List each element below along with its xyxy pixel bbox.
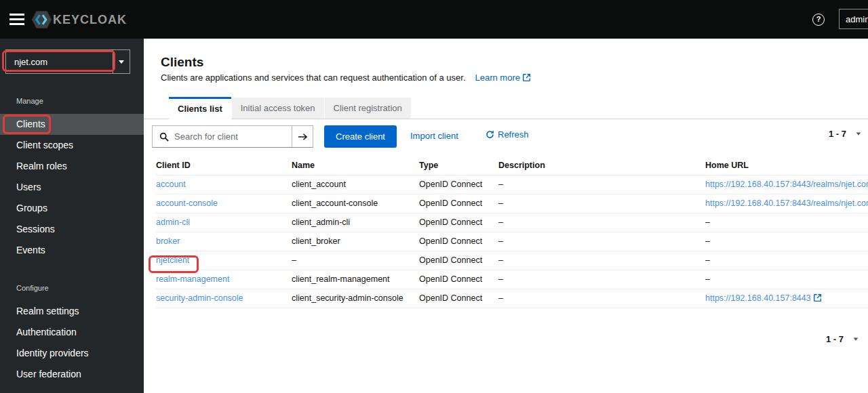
- table-row: account-consoleclient_account-consoleOpe…: [156, 194, 868, 213]
- home-url-cell: –: [705, 251, 868, 270]
- table-row: security-admin-consoleclient_security-ad…: [156, 289, 868, 308]
- page-description-text: Clients are applications and services th…: [161, 73, 466, 83]
- client-id-link-admin-cli[interactable]: admin-cli: [156, 218, 190, 227]
- tab-client-registration[interactable]: Client registration: [325, 98, 411, 119]
- sidebar-nav: ManageClientsClient scopesRealm rolesUse…: [0, 74, 144, 385]
- pagination-top[interactable]: 1 - 7: [829, 129, 861, 139]
- search-box: [152, 125, 313, 148]
- client-type-cell: OpenID Connect: [419, 194, 498, 213]
- sidebar-item-client-scopes[interactable]: Client scopes: [0, 135, 144, 156]
- client-id-cell: broker: [156, 232, 292, 251]
- nav-section-label: Configure: [16, 284, 144, 293]
- home-url-cell: –: [705, 270, 868, 289]
- client-description-cell: –: [498, 232, 705, 251]
- page-title: Clients: [161, 55, 203, 70]
- sidebar-item-groups[interactable]: Groups: [0, 198, 144, 219]
- realm-selector[interactable]: njet.com: [5, 49, 130, 74]
- home-url-link[interactable]: https://192.168.40.157:8443: [705, 293, 811, 303]
- arrow-right-icon: [298, 133, 308, 141]
- client-id-cell: realm-management: [156, 270, 292, 289]
- client-name-cell: client_account-console: [292, 194, 419, 213]
- column-header-home-url: Home URL: [705, 156, 868, 175]
- logo-text: KEYCLOAK: [53, 13, 127, 27]
- nav-section-label: Manage: [16, 97, 144, 106]
- client-id-link-account[interactable]: account: [156, 180, 186, 189]
- top-bar: KEYCLOAK ? admin: [0, 0, 868, 39]
- client-id-link-account-console[interactable]: account-console: [156, 199, 218, 208]
- column-header-description: Description: [498, 156, 705, 175]
- tab-bar: Clients listInitial access tokenClient r…: [169, 97, 412, 119]
- client-type-cell: OpenID Connect: [419, 213, 498, 232]
- realm-selector-value: njet.com: [14, 57, 47, 67]
- sidebar-item-realm-roles[interactable]: Realm roles: [0, 156, 144, 177]
- client-id-link-broker[interactable]: broker: [156, 236, 180, 246]
- sidebar-item-realm-settings[interactable]: Realm settings: [0, 301, 144, 322]
- table-header-row: Client IDNameTypeDescriptionHome URL: [156, 156, 868, 175]
- sidebar-item-clients[interactable]: Clients: [0, 114, 144, 135]
- client-id-link-njetclient[interactable]: njetclient: [156, 255, 189, 265]
- create-client-button[interactable]: Create client: [324, 125, 397, 148]
- sidebar: njet.com ManageClientsClient scopesRealm…: [0, 39, 144, 393]
- client-name-cell: client_broker: [292, 232, 419, 251]
- keycloak-logo[interactable]: KEYCLOAK: [31, 10, 127, 29]
- main-content: Clients Clients are applications and ser…: [144, 39, 868, 393]
- client-name-cell: client_security-admin-console: [292, 289, 419, 308]
- sidebar-item-sessions[interactable]: Sessions: [0, 219, 144, 240]
- sidebar-item-users[interactable]: Users: [0, 177, 144, 198]
- pagination-bottom[interactable]: 1 - 7: [826, 334, 859, 344]
- sidebar-item-identity-providers[interactable]: Identity providers: [0, 343, 144, 364]
- chevron-down-icon: [856, 132, 861, 135]
- column-header-type: Type: [419, 156, 498, 175]
- import-client-link[interactable]: Import client: [410, 131, 458, 141]
- sidebar-item-events[interactable]: Events: [0, 240, 144, 261]
- user-menu-label: admin: [846, 14, 868, 24]
- realm-selector-caret-zone[interactable]: [113, 50, 130, 73]
- client-type-cell: OpenID Connect: [419, 289, 498, 308]
- external-link-icon: [814, 294, 821, 302]
- client-description-cell: –: [498, 270, 705, 289]
- sidebar-item-authentication[interactable]: Authentication: [0, 322, 144, 343]
- table-row: realm-managementclient_realm-managementO…: [156, 270, 868, 289]
- home-url-link[interactable]: https://192.168.40.157:8443/realms/njet.…: [705, 199, 868, 208]
- column-header-client-id: Client ID: [156, 156, 292, 175]
- pagination-range: 1 - 7: [826, 334, 844, 344]
- home-url-cell: https://192.168.40.157:8443/realms/njet.…: [705, 175, 868, 194]
- table-body: accountclient_accountOpenID Connect–http…: [156, 175, 868, 308]
- refresh-link[interactable]: Refresh: [486, 129, 529, 140]
- user-menu[interactable]: admin: [839, 9, 868, 29]
- page-description: Clients are applications and services th…: [161, 73, 530, 83]
- search-submit-button[interactable]: [292, 126, 313, 147]
- home-url-cell: –: [705, 232, 868, 251]
- learn-more-link[interactable]: Learn more: [475, 73, 520, 83]
- client-name-cell: client_account: [292, 175, 419, 194]
- home-url-link[interactable]: https://192.168.40.157:8443/realms/njet.…: [705, 180, 868, 189]
- client-id-cell: account-console: [156, 194, 292, 213]
- pagination-range: 1 - 7: [829, 129, 846, 139]
- hamburger-menu-icon[interactable]: [9, 14, 24, 28]
- home-url-cell: https://192.168.40.157:8443: [705, 289, 868, 308]
- client-type-cell: OpenID Connect: [419, 270, 498, 289]
- search-input[interactable]: [173, 127, 287, 146]
- column-header-name: Name: [292, 156, 419, 175]
- sidebar-item-user-federation[interactable]: User federation: [0, 364, 144, 385]
- tab-clients-list[interactable]: Clients list: [169, 97, 231, 119]
- help-icon[interactable]: ?: [812, 14, 825, 26]
- chevron-down-icon: [854, 337, 859, 340]
- tab-initial-access-token[interactable]: Initial access token: [232, 98, 324, 119]
- search-icon: [159, 132, 169, 142]
- client-id-cell: njetclient: [156, 251, 292, 270]
- clients-table-wrap: Client IDNameTypeDescriptionHome URL acc…: [156, 156, 868, 314]
- client-name-cell: –: [292, 251, 419, 270]
- home-url-cell: https://192.168.40.157:8443/realms/njet.…: [705, 194, 868, 213]
- client-id-cell: admin-cli: [156, 213, 292, 232]
- table-row: admin-cliclient_admin-cliOpenID Connect–…: [156, 213, 868, 232]
- client-id-link-security-admin-console[interactable]: security-admin-console: [156, 293, 243, 303]
- client-description-cell: –: [498, 175, 705, 194]
- client-type-cell: OpenID Connect: [419, 175, 498, 194]
- client-name-cell: client_admin-cli: [292, 213, 419, 232]
- table-row: accountclient_accountOpenID Connect–http…: [156, 175, 868, 194]
- client-type-cell: OpenID Connect: [419, 251, 498, 270]
- refresh-icon: [486, 130, 494, 139]
- client-name-cell: client_realm-management: [292, 270, 419, 289]
- client-id-link-realm-management[interactable]: realm-management: [156, 274, 229, 284]
